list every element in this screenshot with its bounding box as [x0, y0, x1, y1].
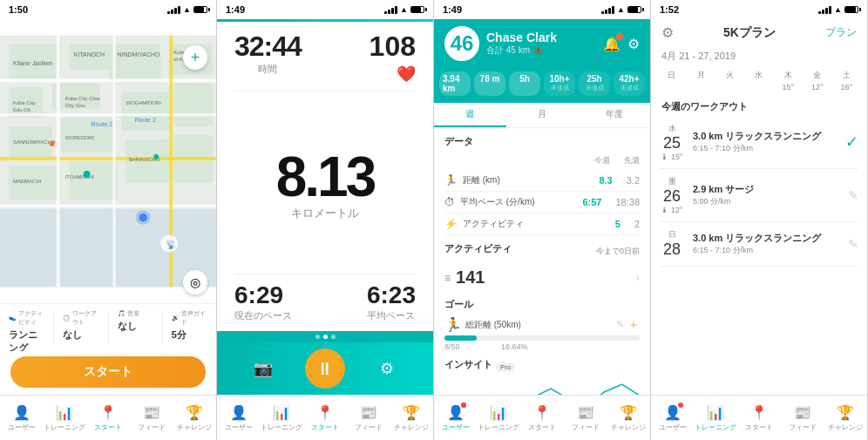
goal-add-icon[interactable]: ＋ [627, 317, 640, 333]
workout-title-25: 3.0 km リラックスランニング [693, 130, 837, 143]
pause-button[interactable]: ⏸ [305, 349, 345, 389]
p3-tab-user[interactable]: 👤 ユーザー [434, 404, 478, 432]
p2-tab-feed[interactable]: 📰 フィード [347, 404, 390, 432]
phone1-status-icons: ▲ [167, 5, 207, 14]
profile-settings-button[interactable]: ⚙ [627, 36, 640, 52]
workout-date-26: 重 26 🌡 12° [660, 176, 684, 214]
tab-week[interactable]: 週 [434, 103, 506, 127]
p4-tab-challenge[interactable]: 🏆 チャレンジ [824, 404, 867, 432]
p2-training-icon: 📊 [273, 404, 290, 421]
activity-strip: 👟 アクティビティ ランニング 📋 ワークアウト なし 🎵 音楽 なし 🔊 [0, 303, 216, 351]
settings-control-button[interactable]: ⚙ [371, 353, 403, 384]
activity-type-label: アクティビティ [18, 309, 44, 327]
workout-distance-label: キロメートル [291, 206, 359, 221]
p2-start-label: スタート [311, 423, 339, 432]
tab-month[interactable]: 月 [506, 103, 579, 127]
goal-edit-icon[interactable]: ✎ [616, 319, 624, 330]
tab-feed[interactable]: 📰 フィード [130, 404, 173, 432]
p4-tab-training[interactable]: 📊 トレーニング [695, 404, 738, 432]
p3-tab-challenge[interactable]: 🏆 チャレンジ [607, 404, 650, 432]
workout-item-28[interactable]: 日 28 3.0 km リラックスランニング 6:15 - 7:10 分/km … [660, 222, 858, 267]
tab-user[interactable]: 👤 ユーザー [0, 404, 44, 432]
svg-rect-18 [0, 157, 216, 160]
p2-tab-challenge[interactable]: 🏆 チャレンジ [390, 404, 433, 432]
dot-1 [315, 335, 320, 339]
p2-tab-start[interactable]: 📍 スタート [303, 404, 347, 432]
p4-tab-feed[interactable]: 📰 フィード [781, 404, 824, 432]
phone2-workout: 1:49 ▲ 32:44 時間 108 ❤ [217, 0, 434, 440]
plan-settings-icon[interactable]: ⚙ [661, 24, 674, 41]
workout-info-26: 2.9 km サージ 5:00 分/km [693, 183, 839, 207]
svg-rect-13 [70, 161, 118, 200]
p2-tab-user[interactable]: 👤 ユーザー [217, 404, 261, 432]
stat-distance: 3.94 km [439, 71, 471, 96]
camera-button[interactable]: 📷 [248, 353, 279, 384]
svg-rect-1 [0, 209, 216, 288]
workout-item-26[interactable]: 重 26 🌡 12° 2.9 km サージ 5:00 分/km ✎ [660, 169, 858, 222]
workout-edit-icon-28[interactable]: ✎ [848, 237, 858, 251]
plan-link[interactable]: プラン [825, 25, 857, 40]
workout-item-25[interactable]: 水 25 🌡 15° 3.0 km リラックスランニング 6:15 - 7:10… [660, 116, 858, 169]
heart-icon: ❤️ [397, 64, 416, 84]
notifications-button[interactable]: 🔔 [603, 36, 620, 52]
activity-type-item: 👟 アクティビティ ランニング [9, 309, 44, 346]
tab-start[interactable]: 📍 スタート [86, 404, 130, 432]
p3-challenge-icon: 🏆 [620, 404, 637, 421]
feed-tab-label: フィード [138, 423, 166, 432]
map-location-button[interactable]: ◎ [183, 270, 207, 294]
p4-wifi-icon: ▲ [834, 5, 842, 14]
p3-tab-start[interactable]: 📍 スタート [520, 404, 564, 432]
svg-point-38 [139, 213, 147, 222]
workout-top-row: 32:44 時間 108 ❤️ [234, 30, 416, 91]
p2-challenge-label: チャレンジ [394, 423, 429, 432]
start-button[interactable]: スタート [10, 356, 206, 388]
activity-current: 5 [615, 219, 620, 229]
p2-feed-icon: 📰 [360, 404, 377, 421]
profile-name: Chase Clark [486, 30, 596, 44]
svg-rect-21 [112, 36, 115, 288]
workout-controls-bar: 📷 ⏸ ⚙ [217, 342, 433, 395]
profile-stats-bar: 3.94 km 78 m 5h 10h+ 未達成 25h 未達成 42h+ 未達… [434, 68, 650, 103]
p3-tab-feed[interactable]: 📰 フィード [564, 404, 607, 432]
p4-signal-icon [818, 6, 831, 14]
svg-text:Kitano Jariiken: Kitano Jariiken [13, 60, 53, 66]
goals-title: ゴール [444, 298, 640, 311]
music-icon: 🎵 [118, 310, 125, 317]
p4-tab-user[interactable]: 👤 ユーザー [651, 404, 695, 432]
data-section-title: データ [444, 135, 640, 148]
map-zoom-button[interactable]: + [183, 45, 207, 70]
workout-info-28: 3.0 km リラックスランニング 6:15 - 7:10 分/km [693, 232, 839, 256]
speaker-icon: 🔊 [172, 315, 180, 322]
goal-progress-fill [444, 335, 477, 341]
p3-wifi-icon: ▲ [617, 5, 625, 14]
workout-done-icon-25: ✓ [845, 132, 858, 152]
p4-battery-icon [844, 6, 858, 13]
p3-tab-training[interactable]: 📊 トレーニング [478, 404, 521, 432]
svg-text:📡: 📡 [166, 239, 177, 250]
svg-rect-10 [121, 91, 169, 131]
activity-count-row[interactable]: ≡ 141 › [444, 264, 640, 291]
tab-training[interactable]: 📊 トレーニング [44, 404, 87, 432]
signal-icon [167, 6, 180, 14]
p4-tab-start[interactable]: 📍 スタート [737, 404, 781, 432]
plan-workout-list: 水 25 🌡 15° 3.0 km リラックスランニング 6:15 - 7:10… [651, 116, 867, 395]
phone3-status-bar: 1:49 ▲ [434, 0, 650, 19]
phone4-status-icons: ▲ [818, 5, 858, 14]
workout-metrics-screen: 32:44 時間 108 ❤️ 8.13 キロメートル 6:29 現在のペース [217, 22, 433, 331]
p2-signal-icon [384, 6, 397, 14]
insight-title: インサイト [444, 358, 492, 371]
stat-5h: 5h [509, 71, 540, 96]
p3-signal-icon [601, 6, 614, 14]
svg-text:ISOGAMIDORI: ISOGAMIDORI [125, 100, 161, 105]
tab-year[interactable]: 年度 [578, 103, 650, 127]
p4-training-label: トレーニング [695, 423, 736, 432]
p2-user-icon: 👤 [230, 404, 248, 421]
challenge-tab-label: チャレンジ [177, 423, 212, 432]
activity-count-label: アクティビティ [463, 218, 615, 230]
workout-edit-icon-26[interactable]: ✎ [848, 188, 858, 202]
workout-distance-block: 8.13 キロメートル [234, 91, 416, 274]
dot-3 [331, 335, 336, 339]
tab-challenge[interactable]: 🏆 チャレンジ [173, 404, 216, 432]
col-prev: 先週 [624, 155, 640, 166]
p2-tab-training[interactable]: 📊 トレーニング [261, 404, 304, 432]
